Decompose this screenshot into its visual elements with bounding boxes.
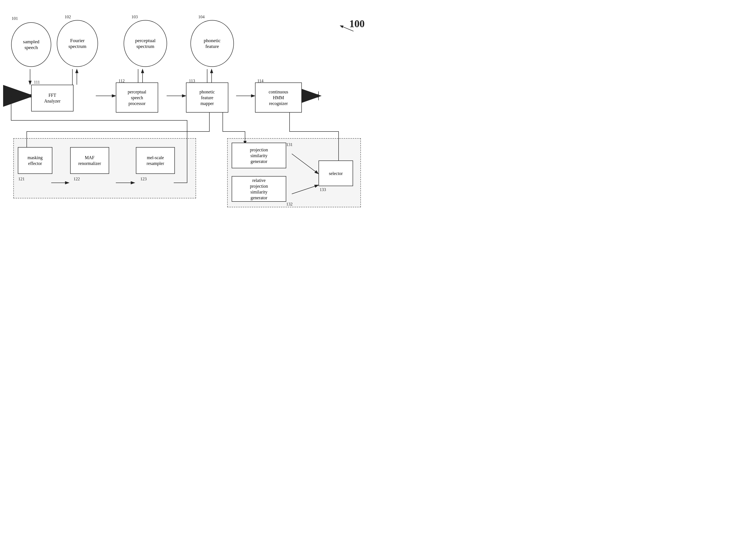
ref-112: 112 [119,78,125,83]
continuous-hmm-recognizer-box: continuous HMM recognizer [255,82,302,112]
ref-122: 122 [74,176,80,181]
ref-104: 104 [198,14,205,19]
title-arrow [338,23,356,35]
projection-similarity-generator-box: projection similarity generator [232,143,286,168]
perceptual-spectrum-ellipse: perceptual spectrum [124,20,167,67]
selector-box: selector [319,160,353,186]
phonetic-feature-ellipse: phonetic feature [190,20,234,67]
ref-111: 111 [34,80,40,85]
relative-projection-similarity-generator-box: relative projection similarity generator [232,176,286,202]
masking-effector-box: masking effector [18,147,52,174]
fft-analyzer-box: FFT Analyzer [31,85,74,111]
ref-113: 113 [189,78,195,83]
ref-103: 103 [131,14,138,19]
maf-renormalizer-box: MAF renormalizer [70,147,109,174]
ref-123: 123 [140,176,147,181]
phonetic-feature-mapper-box: phonetic feature mapper [186,82,228,112]
perceptual-speech-processor-box: perceptual speech processor [116,82,158,112]
mel-scale-resampler-box: mel-scale resampler [136,147,175,174]
fourier-spectrum-ellipse: Fourier spectrum [57,20,98,67]
ref-133: 133 [320,187,326,192]
sampled-speech-ellipse: sampled speech [11,22,51,67]
ref-131: 131 [286,142,293,147]
ref-102: 102 [65,14,71,19]
ref-132: 132 [286,202,293,207]
ref-101: 101 [12,16,18,21]
diagram: sampled speech Fourier spectrum perceptu… [0,0,378,274]
svg-line-19 [340,26,353,31]
ref-121: 121 [18,176,25,181]
ref-114: 114 [257,78,264,83]
